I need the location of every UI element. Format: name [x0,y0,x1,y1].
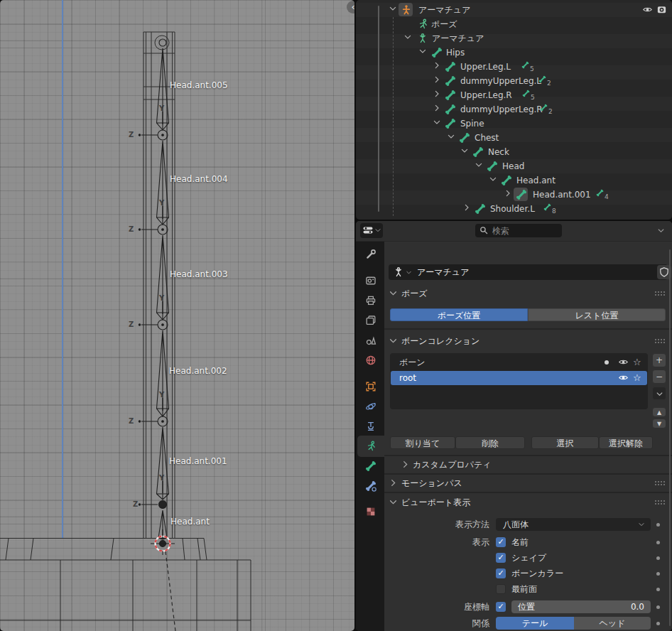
animate-property-dot[interactable] [656,622,660,625]
solo-star-icon[interactable]: ☆ [633,371,641,385]
panel-motion-paths-title[interactable]: モーションパス [401,478,462,490]
editor-type-dropdown[interactable] [360,223,383,238]
bone-collection-row[interactable]: ボーン☆ [391,355,647,370]
tab-scene[interactable] [357,330,384,351]
panel-bone-collections-chevron[interactable] [389,336,399,346]
checkbox-3[interactable] [496,584,506,594]
panel-bone-collections-title[interactable]: ボーンコレクション [401,335,479,347]
animate-property-dot[interactable] [656,541,660,544]
pose-icon[interactable] [417,18,428,30]
outliner-row[interactable]: Neck [356,145,672,159]
panel-drag-handle[interactable] [654,338,665,343]
collection-specials-button[interactable] [652,387,666,400]
eye-icon[interactable] [618,357,629,367]
chevron-down-icon[interactable] [389,4,397,16]
chevron-down-icon[interactable] [403,33,412,44]
outliner-row[interactable]: アーマチュア [356,3,672,17]
panel-motion-paths-chevron[interactable] [389,478,399,488]
outliner-row[interactable]: dummyUpperLeg.R2 [356,102,672,117]
header-menu-chevron-icon[interactable] [657,227,665,234]
armature-object-icon[interactable] [401,4,412,16]
outliner-row[interactable]: Upper.Leg.L5 [356,60,672,74]
outliner-scrollbar[interactable] [378,6,379,212]
tab-object-constraints[interactable] [357,416,384,437]
tab-texture[interactable] [357,501,384,522]
animate-property-dot[interactable] [656,523,660,527]
outliner-row[interactable]: ポーズ [356,17,672,31]
bone-icon[interactable] [445,104,456,115]
tab-world[interactable] [357,350,384,371]
eye-icon[interactable] [618,372,629,383]
outliner-row[interactable]: Head.ant.0014 [356,188,672,202]
animate-property-dot[interactable] [656,556,660,560]
chevron-right-icon[interactable] [433,104,441,115]
tab-render[interactable] [357,270,384,291]
assign-button[interactable]: 割り当て [390,436,455,449]
tab-view-layer[interactable] [357,310,384,331]
tail-button[interactable]: テール [496,617,574,630]
move-collection-up-button[interactable]: ▲ [652,407,666,417]
bone-icon[interactable] [516,189,527,200]
panel-pose-chevron[interactable] [389,288,399,298]
panel-viewport-display-chevron[interactable] [389,497,399,507]
chevron-down-icon[interactable] [418,47,427,58]
panel-pose-title[interactable]: ポーズ [401,288,428,300]
solo-star-icon[interactable]: ☆ [633,355,641,370]
outliner-row[interactable]: Spine [356,117,672,131]
remove-button[interactable]: 削除 [455,436,525,449]
search-field[interactable] [475,224,562,237]
head-button[interactable]: ヘッド [574,617,651,630]
tab-object[interactable] [357,376,384,397]
move-collection-down-button[interactable]: ▼ [652,419,666,428]
outliner-row[interactable]: Hips [356,45,672,60]
animate-property-dot[interactable] [656,572,660,576]
bone-icon[interactable] [501,175,512,186]
bone-icon[interactable] [459,132,470,144]
animate-property-dot[interactable] [656,588,660,591]
animate-property-dot[interactable] [656,605,660,609]
outliner-row[interactable]: Head.ant [356,173,672,188]
select-button[interactable]: 選択 [531,436,599,449]
search-input[interactable] [491,225,559,237]
chevron-down-icon[interactable] [460,146,469,158]
chevron-right-icon[interactable] [504,189,512,200]
chevron-down-icon[interactable] [475,161,483,172]
chevron-right-icon[interactable] [433,90,441,101]
chevron-right-icon[interactable] [433,75,441,87]
outliner-row[interactable]: アーマチュア [356,31,672,45]
pose-position-button[interactable]: ポーズ位置 [390,308,528,321]
tab-bone-constraint[interactable] [357,475,384,497]
outliner-row[interactable]: dummyUpperLeg.L2 [356,74,672,88]
chevron-right-icon[interactable] [433,61,441,72]
checkbox-1[interactable]: ✓ [496,553,506,563]
bone-icon[interactable] [445,118,456,129]
axes-checkbox[interactable]: ✓ [496,602,506,612]
rest-position-button[interactable]: レスト位置 [528,308,666,321]
disable-in-renders-toggle[interactable] [656,4,667,16]
display-as-dropdown[interactable]: 八面体 [496,518,651,531]
outliner-row[interactable]: Shoulder.L8 [356,202,672,216]
bone-collections-list[interactable]: ボーン☆root☆ [390,353,648,409]
3d-viewport[interactable]: Head.ant.005Head.ant.004Head.ant.003Head… [0,0,354,631]
panel-drag-handle[interactable] [654,291,665,296]
chevron-down-icon[interactable] [433,118,441,129]
chevron-down-icon[interactable] [447,132,455,144]
bone-icon[interactable] [487,161,498,172]
bone-icon[interactable] [445,75,456,87]
panel-custom-properties-chevron[interactable] [401,460,411,470]
checkbox-0[interactable]: ✓ [496,537,506,547]
bone-icon[interactable] [472,146,484,158]
axes-position-slider[interactable]: 位置 0.0 [511,600,651,613]
chevron-down-icon[interactable] [489,175,497,186]
checkbox-2[interactable]: ✓ [496,568,506,578]
bone-icon[interactable] [445,61,456,72]
region-collapse-button[interactable]: ‹ [347,1,354,14]
outliner-row[interactable]: Chest [356,131,672,145]
breadcrumb[interactable]: アーマチュア [389,264,668,280]
armature-data-icon[interactable] [417,33,428,44]
tab-tool[interactable] [357,244,384,265]
bone-icon[interactable] [475,203,486,215]
properties-scrollbar[interactable] [669,249,671,626]
bone-icon[interactable] [445,90,456,101]
bone-icon[interactable] [431,47,443,58]
